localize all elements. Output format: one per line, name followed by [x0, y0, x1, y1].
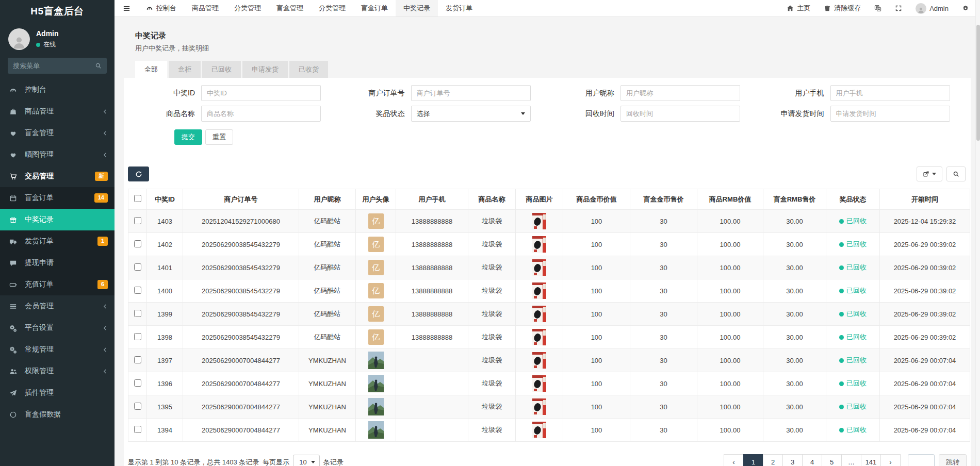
topnav-tab-blindbox[interactable]: 盲盒管理 [269, 0, 311, 16]
settings-button[interactable] [955, 0, 976, 16]
column-header-box_rmb_price[interactable]: 盲盒RMB售价 [763, 189, 826, 210]
page-button-4[interactable]: 4 [802, 454, 822, 466]
column-header-status[interactable]: 奖品状态 [826, 189, 880, 210]
filter-tab-cabinet[interactable]: 盒柜 [169, 61, 201, 78]
phone-input[interactable] [830, 85, 950, 101]
page-button-5[interactable]: 5 [822, 454, 842, 466]
page-button-…[interactable]: … [841, 454, 861, 466]
row-checkbox[interactable] [134, 240, 141, 247]
page-jump-input[interactable] [908, 454, 935, 466]
page-button-‹[interactable]: ‹ [724, 454, 744, 466]
sidebar-item-goods[interactable]: 商品管理 [0, 101, 115, 122]
column-header-avatar[interactable]: 用户头像 [356, 189, 396, 210]
column-header-rmb_value[interactable]: 商品RMB价值 [697, 189, 763, 210]
user-avatar-image[interactable]: 亿 [368, 329, 384, 345]
sidebar-item-box-orders[interactable]: 盲盒订单14 [0, 187, 115, 209]
product-image[interactable] [532, 422, 546, 438]
language-button[interactable] [868, 0, 888, 16]
topnav-tab-categories-2[interactable]: 分类管理 [311, 0, 353, 16]
user-avatar-image[interactable]: 亿 [368, 306, 384, 322]
reset-button[interactable]: 重置 [205, 129, 233, 145]
topnav-tab-goods[interactable]: 商品管理 [184, 0, 226, 16]
home-link[interactable]: 主页 [780, 0, 817, 16]
page-button-141[interactable]: 141 [861, 454, 881, 466]
product-image[interactable] [532, 398, 546, 415]
row-checkbox[interactable] [134, 403, 141, 410]
column-header-image[interactable]: 商品图片 [516, 189, 563, 210]
user-avatar-image[interactable]: 亿 [368, 237, 384, 252]
row-checkbox[interactable] [134, 379, 141, 387]
refresh-button[interactable] [128, 167, 149, 181]
user-avatar-image[interactable]: 亿 [368, 283, 384, 298]
sidebar-item-trade[interactable]: 交易管理新 [0, 165, 115, 187]
win-id-input[interactable] [201, 85, 321, 101]
column-search-button[interactable] [946, 167, 966, 181]
product-name-input[interactable] [201, 106, 321, 122]
sidebar-item-blindbox[interactable]: 盲盒管理 [0, 122, 115, 144]
menu-search-button[interactable] [89, 58, 107, 74]
row-checkbox[interactable] [134, 426, 141, 433]
column-header-open_time[interactable]: 开箱时间 [880, 189, 970, 210]
sidebar-item-photos[interactable]: 晒图管理 [0, 144, 115, 165]
topnav-tab-box-orders[interactable]: 盲盒订单 [353, 0, 396, 16]
filter-tab-recycled[interactable]: 已回收 [202, 61, 241, 78]
page-button-2[interactable]: 2 [763, 454, 783, 466]
topnav-tab-categories[interactable]: 分类管理 [226, 0, 269, 16]
topnav-tab-dashboard[interactable]: 控制台 [138, 0, 184, 16]
column-header-phone[interactable]: 用户手机 [396, 189, 468, 210]
product-image[interactable] [532, 259, 546, 276]
user-avatar-image[interactable]: 亿 [368, 260, 384, 275]
user-avatar-image[interactable] [368, 398, 384, 415]
user-avatar-image[interactable] [368, 352, 384, 369]
nickname-input[interactable] [620, 85, 740, 101]
user-avatar-image[interactable]: 亿 [368, 213, 384, 229]
page-jump-button[interactable]: 跳转 [939, 454, 967, 466]
sidebar-item-fake-data[interactable]: 盲盒假数据 [0, 404, 115, 425]
sidebar-item-withdrawals[interactable]: 提现申请 [0, 252, 115, 274]
filter-tab-apply-ship[interactable]: 申请发货 [242, 61, 288, 78]
row-checkbox[interactable] [134, 333, 141, 340]
row-checkbox[interactable] [134, 287, 141, 294]
sidebar-item-platform-settings[interactable]: 平台设置 [0, 317, 115, 339]
user-avatar-image[interactable] [368, 375, 384, 392]
row-checkbox[interactable] [134, 217, 141, 224]
sidebar-item-permissions[interactable]: 权限管理 [0, 360, 115, 382]
topnav-tab-win-records[interactable]: 中奖记录 [396, 0, 438, 16]
fullscreen-button[interactable] [888, 0, 909, 16]
page-button-›[interactable]: › [880, 454, 901, 466]
sidebar-item-general[interactable]: 常规管理 [0, 339, 115, 360]
menu-search-input[interactable] [8, 58, 89, 74]
select-all-checkbox[interactable] [134, 195, 141, 202]
sidebar-item-recharge-orders[interactable]: 充值订单6 [0, 274, 115, 295]
column-header-id[interactable]: 中奖ID [147, 189, 183, 210]
submit-button[interactable]: 提交 [174, 129, 202, 145]
recycle-time-input[interactable] [620, 106, 740, 122]
column-header-coin_value[interactable]: 商品金币价值 [563, 189, 630, 210]
sidebar-item-dashboard[interactable]: 控制台 [0, 79, 115, 101]
per-page-select[interactable]: 10 [293, 455, 319, 466]
topnav-tab-ship-orders[interactable]: 发货订单 [438, 0, 480, 16]
filter-tab-received[interactable]: 已收货 [289, 61, 328, 78]
row-checkbox[interactable] [134, 356, 141, 363]
prize-status-select[interactable]: 选择 [411, 106, 531, 122]
row-checkbox[interactable] [134, 263, 141, 271]
scrollbar-thumb[interactable] [976, 25, 980, 141]
filter-tab-all[interactable]: 全部 [135, 61, 167, 78]
column-header-order_no[interactable]: 商户订单号 [183, 189, 299, 210]
order-no-input[interactable] [411, 85, 531, 101]
row-checkbox[interactable] [134, 310, 141, 317]
sidebar-item-ship-orders[interactable]: 发货订单1 [0, 230, 115, 252]
user-avatar-image[interactable] [368, 421, 384, 439]
page-button-3[interactable]: 3 [782, 454, 803, 466]
product-image[interactable] [532, 375, 546, 392]
sidebar-item-win-records[interactable]: 中奖记录 [0, 209, 115, 230]
product-image[interactable] [532, 306, 546, 322]
ship-time-input[interactable] [830, 106, 950, 122]
column-header-product[interactable]: 商品名称 [468, 189, 516, 210]
page-scrollbar[interactable] [975, 0, 980, 466]
export-button[interactable] [917, 167, 942, 181]
product-image[interactable] [532, 352, 546, 369]
product-image[interactable] [532, 329, 546, 345]
page-button-1[interactable]: 1 [743, 454, 763, 466]
sidebar-item-members[interactable]: 会员管理 [0, 295, 115, 317]
